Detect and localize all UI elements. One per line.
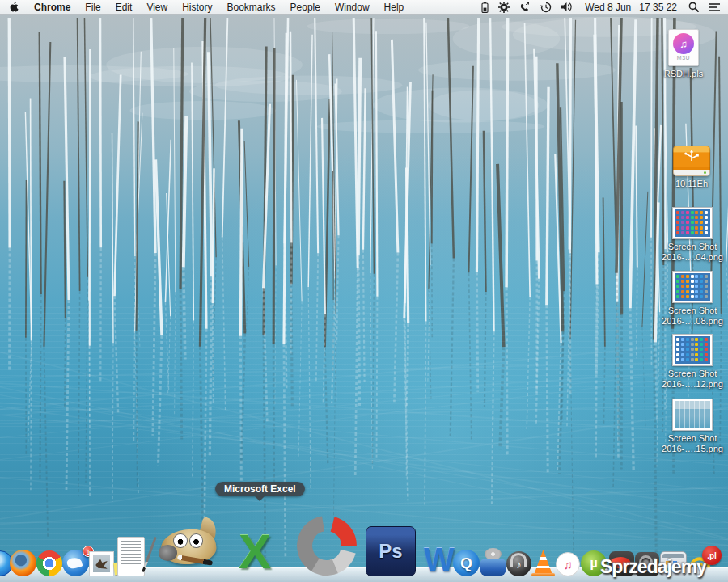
desktop-icon-screenshot-1[interactable]: Screen Shot2016-….04.png — [658, 207, 727, 262]
dock-item-word[interactable]: W — [424, 542, 455, 576]
settings-status-menu[interactable] — [493, 0, 514, 14]
file-label-line2: 2016-….08.png — [658, 316, 727, 327]
apple-icon — [10, 2, 19, 12]
desktop-screen: Chrome File Edit View History Bookmarks … — [0, 0, 728, 582]
gimp-icon — [159, 518, 220, 576]
menu-window[interactable]: Window — [328, 0, 377, 14]
clock-time: 17 35 22 — [639, 2, 677, 13]
dock-item-firefox[interactable] — [10, 550, 36, 576]
menu-bar-clock[interactable]: Wed 8 Jun17 35 22 — [578, 2, 684, 13]
menu-file[interactable]: File — [78, 0, 108, 14]
desktop-icon-usb-drive[interactable]: 10.11Eh — [657, 146, 726, 189]
dock-item-photoshop[interactable]: Ps — [366, 526, 416, 576]
menu-help[interactable]: Help — [377, 0, 412, 14]
toast-burner-icon — [480, 549, 506, 576]
desktop-icon-screenshot-3[interactable]: Screen Shot2016-….12.png — [658, 334, 727, 389]
quicktime-icon: Q — [453, 550, 480, 576]
orange-drive-icon — [673, 146, 710, 176]
desktop-icon-screenshot-2[interactable]: Screen Shot2016-….08.png — [658, 271, 727, 326]
dock-item-headphones-app[interactable]: ♪ — [506, 551, 531, 576]
menu-view[interactable]: View — [139, 0, 175, 14]
desktop-icon-playlist[interactable]: ♫ M3U RSDH.pls — [649, 29, 718, 79]
battery-status-menu[interactable] — [476, 0, 493, 14]
headphones-music-icon: ♪ — [506, 551, 531, 576]
desktop-icon-screenshot-4[interactable]: Screen Shot2016-….15.png — [658, 399, 727, 453]
screenshot-thumbnail-icon — [672, 207, 713, 239]
screenshot-thumbnail-icon — [672, 334, 713, 366]
drive-label: 10.11Eh — [657, 179, 726, 189]
file-label-line1: Screen Shot — [658, 369, 727, 379]
clock-date: Wed 8 Jun — [585, 2, 631, 13]
dock-item-itunes[interactable]: ♫ — [556, 552, 580, 576]
thunderbird-icon: 1 — [62, 550, 89, 576]
usb-trident-icon — [682, 148, 701, 162]
apple-menu[interactable] — [0, 0, 27, 14]
time-machine-status-menu[interactable] — [535, 0, 557, 14]
app-menu-chrome[interactable]: Chrome — [27, 0, 78, 14]
file-label-line1: Screen Shot — [658, 306, 727, 316]
dock-item-mail[interactable] — [89, 551, 114, 576]
m3u-badge: M3U — [669, 55, 698, 61]
dock-item-quicktime[interactable]: Q — [453, 550, 480, 576]
dock-tooltip: Microsoft Excel — [215, 482, 305, 496]
watermark-pl-badge: .pl — [702, 546, 722, 565]
vlc-cone-icon — [531, 550, 556, 576]
watermark-text: Sprzedajemy — [600, 556, 706, 577]
itunes-document-icon: ♫ M3U — [668, 29, 699, 66]
time-machine-icon — [540, 2, 552, 13]
chrome-icon — [36, 550, 62, 576]
phone-icon — [519, 2, 531, 13]
screenshot-thumbnail-icon — [672, 271, 713, 303]
file-label-line1: Screen Shot — [658, 242, 727, 252]
file-label-line2: 2016-….15.png — [658, 444, 727, 454]
screenshot-thumbnail-icon — [672, 399, 713, 431]
itunes-logo-icon: ♫ — [673, 33, 694, 54]
menu-people[interactable]: People — [283, 0, 328, 14]
menu-edit[interactable]: Edit — [108, 0, 140, 14]
mail-stamp-icon — [89, 551, 114, 576]
dock-item-thunderbird[interactable]: 1 — [62, 550, 89, 576]
dock-item-textedit[interactable] — [114, 536, 153, 576]
icon-grid-thumbnail — [675, 209, 710, 237]
notification-center-menu[interactable] — [704, 0, 728, 14]
battery-icon — [481, 2, 489, 13]
file-label: RSDH.pls — [649, 69, 718, 79]
gear-icon — [498, 2, 510, 13]
dock-item-vlc[interactable] — [531, 550, 556, 576]
menu-history[interactable]: History — [175, 0, 219, 14]
notification-center-icon — [709, 2, 720, 12]
menu-bar: Chrome File Edit View History Bookmarks … — [0, 0, 728, 15]
icon-grid-thumbnail — [675, 273, 710, 301]
volume-icon — [561, 2, 574, 12]
dock-item-ring-app[interactable] — [296, 515, 358, 576]
dock-item-excel[interactable]: X — [230, 526, 280, 576]
music-note-glyph: ♫ — [679, 38, 688, 50]
dock-item-chrome[interactable] — [36, 550, 62, 576]
menu-bookmarks[interactable]: Bookmarks — [220, 0, 283, 14]
textedit-icon — [114, 536, 153, 576]
word-icon: W — [424, 542, 455, 576]
spotlight-search-icon — [688, 2, 699, 12]
photoshop-icon: Ps — [366, 526, 416, 576]
file-label-line2: 2016-….04.png — [658, 252, 727, 263]
file-label-line1: Screen Shot — [658, 433, 727, 444]
wallpaper-frozen-pond — [0, 0, 728, 582]
itunes-icon: ♫ — [556, 552, 580, 576]
icon-grid-thumbnail — [675, 336, 710, 364]
volume-status-menu[interactable] — [557, 0, 578, 14]
dock-item-toast[interactable] — [480, 549, 506, 576]
dock-item-gimp[interactable] — [159, 518, 220, 576]
file-label-line2: 2016-….12.png — [658, 379, 727, 390]
excel-icon: X — [230, 526, 280, 576]
firefox-icon — [10, 550, 36, 576]
spotlight-menu[interactable] — [684, 0, 704, 14]
sprzedajemy-watermark: Sprzedajemy .pl — [600, 556, 706, 578]
wallpaper-thumbnail — [675, 401, 710, 428]
call-status-menu[interactable] — [514, 0, 535, 14]
gray-red-ring-icon — [296, 515, 358, 576]
